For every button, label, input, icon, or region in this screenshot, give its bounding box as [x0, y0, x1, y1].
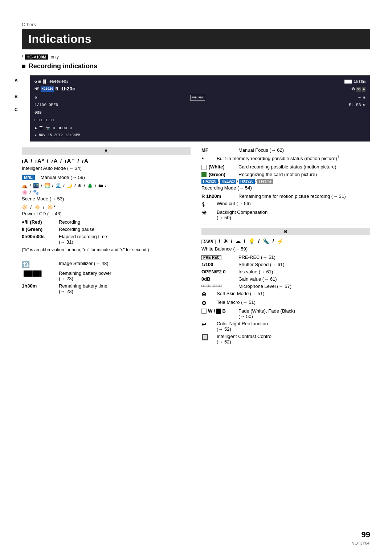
rm-slash-3: / [256, 179, 257, 184]
icc-text: Intelligent Contrast Control(→ 52) [217, 334, 370, 345]
builtin-memory-desc: Built-in memory recording possible statu… [217, 155, 370, 161]
recording-red-desc: Recording [59, 219, 191, 225]
def-pre-rec: PRE-REC PRE-REC (→ 51) [201, 254, 370, 260]
def-wind-cut: ⚸ Wind cut (→ 56) [201, 201, 370, 208]
def-iris: OPEN/F2.0 Iris value (→ 61) [201, 269, 370, 274]
cam-hd-badge: HD1920 [41, 86, 54, 92]
def-elapsed-time: 0h00m00s Elapsed recording time(→ 31) [22, 234, 191, 245]
def-battery-power: ▐████▌ Remaining battery power(→ 23) [22, 270, 191, 281]
cam-rec-indicator: ▐▌ 0h00m00s [42, 78, 69, 85]
fade-white-icon [201, 309, 207, 314]
white-card-icon: (White) [201, 164, 234, 170]
def-shutter: 1/100 Shutter Speed (→ 61) [201, 262, 370, 267]
section-label: Others [22, 22, 370, 27]
page-title: Indications [22, 29, 370, 49]
cam-date: ✦ NOV 15 2012 12:34PM [34, 132, 80, 138]
page-container: Others Indications * HC-V100M only Recor… [0, 0, 392, 554]
note-suffix: only [51, 54, 59, 60]
page-number: 99 [362, 530, 370, 539]
cam-label-a: A [15, 78, 18, 83]
camera-row-a: ✿ ▦ ▐▌ 0h00m00s ▐███▌ 1h30m [34, 78, 366, 85]
iris-term: OPEN/F2.0 [201, 269, 234, 274]
cam-label-b: B [15, 94, 18, 99]
color-night-text: Color Night Rec function(→ 52) [217, 321, 370, 332]
power-lcd-icons: 🔆 / 🔅 / 🔆* [22, 204, 191, 210]
camera-screen: ✿ ▦ ▐▌ 0h00m00s ▐███▌ 1h30m MF HD1920 R … [30, 75, 370, 142]
camera-row-c: ▲ ☰ 📷 R 3000 ⊙ [34, 125, 366, 132]
fade-text: Fade (White), Fade (Black)(→ 50) [238, 308, 370, 319]
cam-icons-right-a: ▐███▌ 1h30m [343, 78, 366, 85]
cam-icon-box: ▦ [38, 78, 41, 85]
cam-battery: ▐███▌ [343, 79, 352, 85]
def-mml: MNL Manual Mode (→ 59) [22, 175, 191, 180]
recording-pause-desc: Recording pause [59, 227, 191, 232]
fade-term: W / B [201, 308, 234, 315]
iris-text: Iris value (→ 61) [238, 269, 370, 274]
tele-macro-text: Tele Macro (→ 51) [217, 300, 370, 305]
divider-2 [201, 224, 370, 224]
two-col-layout: A iA / iA² / iA / iA⁺ / iA Intelligent A… [22, 147, 370, 346]
cam-c-icons: ▲ ☰ 📷 R 3000 ⊙ [34, 125, 72, 132]
r-1h20m-desc: Remaining time for motion picture record… [238, 194, 370, 199]
green-square [201, 172, 207, 177]
green-card-desc: Recognizing the card (motion picture) [238, 172, 370, 177]
backlight-text: Backlight Compensation(→ 50) [217, 209, 370, 220]
recording-red-term: ●/II (Red) [22, 219, 54, 225]
def-green-card: (Green) Recognizing the card (motion pic… [201, 172, 370, 178]
elapsed-time-term: 0h00m00s [22, 234, 54, 239]
def-mf: MF Manual Focus (→ 62) [201, 147, 370, 153]
cam-pre-rec: PRE-REC [190, 95, 205, 101]
green-card-icon: (Green) [201, 172, 234, 178]
cam-icon-b-right2: ⊛ [363, 102, 366, 109]
recording-indications-heading: Recording indications [22, 62, 370, 70]
def-recording-red: ●/II (Red) Recording [22, 219, 191, 225]
def-recording-mode: Recording Mode (→ 54) [201, 185, 370, 191]
rm-slash-1: / [219, 179, 220, 184]
camera-row-date: ✦ NOV 15 2012 12:34PM [34, 132, 366, 138]
awb-icons-row: AWB / ☀ / ☁ / 💡 / 🔦 / ⚡ [201, 238, 370, 245]
cam-small-badge-1: SD [356, 87, 362, 92]
def-image-stabilizer: 🔃 Image Stabilizer (→ 48) [22, 261, 191, 269]
fade-black-icon [216, 309, 221, 314]
wind-cut-text: Wind cut (→ 56) [217, 201, 370, 206]
white-square [201, 165, 207, 170]
def-gain: 0dB Gain value (→ 61) [201, 276, 370, 282]
green-label: (Green) [209, 172, 225, 177]
cam-icons-left: ✿ ▦ ▐▌ 0h00m00s [34, 78, 69, 85]
recording-mode-badges: HA1920 / HE1920 / HX1920 / i Frame [201, 179, 370, 184]
mf-term: MF [201, 147, 234, 153]
image-stabilizer-icon: 🔃 [22, 261, 54, 269]
def-tele-macro: ⊙ Tele Macro (→ 51) [201, 300, 370, 306]
def-r-1h20m: R 1h20m Remaining time for motion pictur… [201, 194, 370, 199]
cam-0db: 0dB [34, 109, 42, 116]
wind-cut-icon: ⚸ [201, 201, 212, 208]
mf-desc: Manual Focus (→ 62) [238, 147, 370, 153]
def-icc: 🔲 Intelligent Contrast Control(→ 52) [201, 334, 370, 345]
cam-icon-b-right: ↩ ⊕ [358, 94, 366, 101]
tele-macro-icon: ⊙ [201, 300, 212, 306]
cam-gear: ⚙ [34, 94, 37, 101]
col-right: MF Manual Focus (→ 62) ▪ Built-in memory… [201, 147, 370, 346]
intelligent-auto-def: Intelligent Auto Mode (→ 34) [22, 166, 191, 171]
def-fade: W / B Fade (White), Fade (Black)(→ 50) [201, 308, 370, 319]
camera-row-b2: 1/100 OPEN PL EB ⊛ [34, 102, 366, 109]
def-battery-time: 1h30m Remaining battery time(→ 23) [22, 283, 191, 294]
def-soft-skin: ⊛ Soft Skin Mode (→ 51) [201, 291, 370, 298]
scene-mode-icons: ⛺ / 🌃 / 🌅 / 🌊 / 🌙 / ❄ / 🌲 / 🏔 / [22, 183, 191, 188]
rm-badge-he: HE1920 [220, 179, 236, 184]
camera-row-b3: 0dB [34, 109, 366, 116]
def-intelligent-auto: Intelligent Auto Mode (→ 34) [22, 166, 191, 171]
camera-row-a2: MF HD1920 R 1h20m ⁂ SD ■ [34, 85, 366, 93]
def-backlight: ☀ Backlight Compensation(→ 50) [201, 209, 370, 220]
divider-1 [22, 257, 191, 257]
def-recording-pause: II (Green) Recording pause [22, 227, 191, 232]
white-balance-text: White Balance (→ 59) [201, 246, 370, 252]
scene-mode-icons-2: 🌸 / 🐾 [22, 190, 191, 195]
rm-badge-ha: HA1920 [201, 179, 218, 184]
power-lcd-text: Power LCD (→ 43) [22, 211, 191, 216]
hcv100m-badge: HC-V100M [25, 54, 48, 60]
vqt-code: VQT3Y04 [352, 541, 369, 545]
gain-text: Gain value (→ 61) [238, 276, 370, 282]
note-prefix: * [22, 54, 24, 60]
pre-rec-badge-term: PRE-REC [201, 254, 234, 260]
